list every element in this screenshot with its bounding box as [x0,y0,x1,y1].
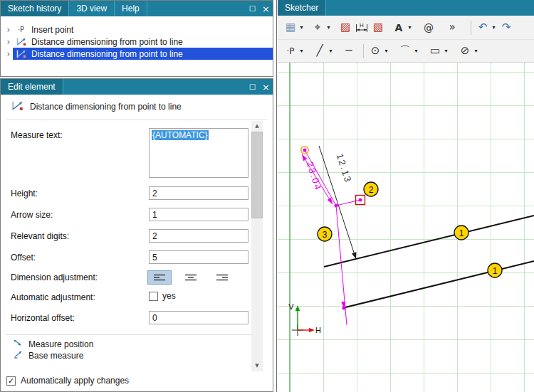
sketch-canvas[interactable]: 12.13 23.04 [278,63,534,392]
tab-sketcher[interactable]: Sketcher [278,0,326,16]
symbol-button[interactable]: @ [422,19,436,36]
history-item-dimension-2-selected[interactable]: › Distance dimensioning from point to li… [1,48,273,60]
dimension-box-button[interactable]: ▧ [371,19,385,36]
scroll-down-button[interactable]: ▼ [251,361,263,371]
adjust-center-button[interactable] [179,270,203,285]
dimension-icon [11,100,23,113]
point-dropdown[interactable]: ▾ [298,43,305,60]
marker-point-2[interactable]: 2 [364,182,378,196]
history-item-body[interactable]: Distance dimensioning from point to line [13,48,273,60]
line-button[interactable]: ╱ [313,43,327,60]
marker-line-1-top[interactable]: 1 [454,226,468,240]
history-item-body[interactable]: Distance dimensioning from point to line [13,36,273,48]
undo-dropdown[interactable]: ▾ [490,19,498,36]
history-item-body[interactable]: ·P Insert point [13,23,273,36]
maximize-button[interactable]: □ [246,79,259,95]
measure-text-value: {AUTOMATIC} [152,130,209,140]
edit-element-scrollbar[interactable]: ▲ ▼ [251,121,263,371]
history-item-dimension-1[interactable]: › Distance dimensioning from point to li… [1,36,273,48]
tab-3d-view[interactable]: 3D view [69,1,115,16]
dim-h-letter: H [360,22,364,28]
select-button[interactable]: ⌖ [310,19,325,36]
measure-text-label: Measure text: [11,130,63,140]
tab-edit-element[interactable]: Edit element [1,79,63,95]
height-label: Height: [11,189,38,198]
ellipse-dropdown[interactable]: ▾ [472,43,480,60]
offset-input[interactable] [149,250,248,264]
titlebar-spacer [326,0,534,16]
measure-point[interactable] [335,204,338,208]
relevant-digits-input[interactable] [149,229,248,243]
scroll-up-button[interactable]: ▲ [251,121,263,132]
select-dropdown[interactable]: ▾ [325,19,333,36]
align-left-icon [153,273,166,282]
svg-text:1: 1 [493,266,498,276]
dimension-box-icon: ▧ [373,22,383,33]
chevron-right-icon[interactable]: › [4,38,13,46]
relevant-digits-label: Relevant digits: [11,231,69,241]
base-point[interactable] [342,307,346,310]
maximize-button[interactable]: □ [246,1,259,16]
text-dropdown[interactable]: ▾ [406,19,414,36]
sheet-dropdown[interactable]: ▾ [298,19,305,36]
text-button[interactable]: A [392,19,406,36]
adjust-left-button[interactable] [147,270,172,285]
rectangle-dropdown[interactable]: ▾ [442,43,450,60]
scrollbar-thumb[interactable] [251,132,263,218]
segment-button[interactable]: ─ [342,43,356,60]
dimension-start-point[interactable] [303,149,307,152]
automatic-adjustment-checkbox[interactable] [149,292,158,301]
tab-help[interactable]: Help [115,1,147,16]
automatic-adjustment-label: Automatic adjustment: [11,292,95,302]
apply-changes-checkbox[interactable]: ✓ [6,376,16,386]
titlebar-spacer [147,1,246,16]
arc-button[interactable]: ⌒ [398,43,412,60]
edit-element-title: Distance dimensioning from point to line [30,102,182,112]
point-icon: ·P [286,47,294,55]
sketcher-panel: Sketcher ▦ ▾ ⌖ ▾ ▨ H ▧ A ▾ [278,0,534,392]
circle-button[interactable]: ⊙ [368,43,382,60]
circle-icon: ⊙ [371,46,380,56]
chevron-right-icon[interactable]: › [4,50,13,58]
overflow-chevron-icon: » [449,22,455,33]
ellipse-icon: ⊘ [461,46,470,56]
at-icon: @ [424,23,434,33]
dimension-horizontal-button[interactable]: H [355,19,369,36]
edit-element-header: Distance dimensioning from point to line [11,100,182,113]
line-icon: ╱ [316,46,323,56]
axis-h-label: H [315,326,321,334]
titlebar-spacer [63,79,246,95]
point-button[interactable]: ·P [283,43,298,60]
measure-text-input[interactable]: {AUTOMATIC} [149,128,248,178]
hatch-button[interactable]: ▨ [338,19,352,36]
sketcher-toolbar-top: ▦ ▾ ⌖ ▾ ▨ H ▧ A ▾ @ » ↶ ▾ [278,16,534,40]
arrow-size-input[interactable] [149,208,248,221]
chevron-right-icon[interactable]: › [4,26,13,34]
marker-base-3[interactable]: 3 [318,227,332,241]
undo-button[interactable]: ↶ [476,19,490,36]
apply-changes-row: ✓ Automatically apply changes [6,376,129,386]
toolbar-overflow-button[interactable]: » [445,19,459,36]
history-item-label: Insert point [31,25,73,35]
redo-button[interactable]: ↷ [499,19,513,36]
marker-line-1-bottom[interactable]: 1 [488,263,502,277]
close-button[interactable]: × [259,79,273,95]
ellipse-button[interactable]: ⊘ [458,43,472,60]
svg-text:3: 3 [323,230,328,240]
drawing-sheet-button[interactable]: ▦ [283,19,298,36]
app-root: Sketch history 3D view Help □ × › ·P Ins… [0,0,534,392]
scroll-up-icon: ▲ [255,124,258,129]
arc-dropdown[interactable]: ▾ [412,43,420,60]
rectangle-button[interactable]: ▭ [428,43,442,60]
history-item-insert-point[interactable]: › ·P Insert point [1,23,273,36]
close-button[interactable]: × [259,1,273,16]
horizontal-offset-input[interactable] [149,311,248,324]
line-dropdown[interactable]: ▾ [327,43,335,60]
dimension-adjustment-label: Dimension adjustment: [11,272,98,282]
height-input[interactable] [149,186,248,200]
sketch-history-titlebar: Sketch history 3D view Help □ × [1,1,273,16]
tab-sketch-history[interactable]: Sketch history [1,1,69,16]
circle-dropdown[interactable]: ▾ [382,43,390,60]
legend-label: Base measure [28,351,83,361]
adjust-right-button[interactable] [210,270,234,285]
